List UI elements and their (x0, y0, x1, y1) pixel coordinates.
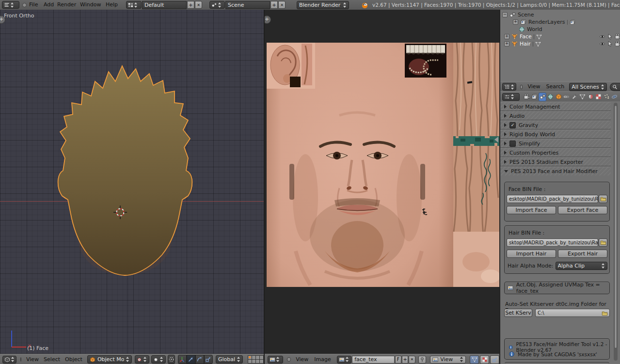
panel-custom-properties[interactable]: Custom Properties (500, 148, 611, 157)
layer-cell[interactable] (248, 356, 252, 359)
face-texture-image[interactable] (267, 43, 499, 287)
viewport-shading-dropdown[interactable] (135, 355, 149, 364)
cursor-select-icon[interactable] (607, 41, 613, 47)
editor-type-selector-info[interactable] (2, 1, 19, 9)
toolshelf-expand-button[interactable] (0, 16, 5, 24)
rotate-manipulator-toggle[interactable] (195, 355, 204, 364)
export-face-button[interactable]: Export Face (558, 206, 607, 214)
scrollbar-thumb[interactable] (614, 105, 617, 348)
tab-object[interactable] (555, 93, 562, 101)
unlink-image-button[interactable] (409, 356, 415, 364)
layer-cell[interactable] (256, 356, 259, 359)
outliner-row-face[interactable]: Face (504, 33, 542, 40)
tab-texture[interactable] (595, 93, 603, 101)
image-name-field[interactable]: face_tex (352, 356, 395, 364)
image-browse-selector[interactable] (337, 356, 351, 364)
viewport-menu-select[interactable]: Select (44, 355, 60, 364)
uv-draw-toggle[interactable] (470, 355, 479, 364)
scale-manipulator-toggle[interactable] (204, 355, 213, 364)
delete-scene-button[interactable] (278, 1, 286, 9)
screen-layout-browse[interactable] (126, 1, 142, 9)
import-face-button[interactable]: Import Face (507, 206, 556, 214)
hair-bin-browse-button[interactable] (599, 238, 607, 247)
folder-icon[interactable] (602, 310, 608, 317)
panel-rigid-body-world[interactable]: Rigid Body World (500, 130, 611, 139)
uv-canvas[interactable] (265, 10, 499, 354)
tab-render-layers[interactable] (531, 93, 539, 101)
outliner-filter-dropdown[interactable]: All Scenes (569, 83, 606, 91)
manipulate-centers-toggle[interactable] (168, 355, 175, 364)
uv-toolshelf-expand-button[interactable] (265, 16, 271, 24)
camera-render-icon[interactable] (615, 33, 620, 40)
uv-smooth-toggle[interactable] (490, 355, 499, 364)
manipulator-axes-toggle[interactable] (178, 355, 187, 364)
expander-plus[interactable] (513, 19, 518, 25)
expander-plus[interactable] (504, 34, 509, 39)
outliner-menu-view[interactable]: View (527, 82, 540, 92)
menu-help[interactable]: Help (106, 0, 118, 10)
3d-viewport-canvas[interactable]: Front Ortho x (1) Face (0, 10, 264, 354)
menu-render[interactable]: Render (57, 0, 76, 10)
panel-audio[interactable]: Audio (500, 111, 611, 120)
menu-window[interactable]: Window (80, 0, 101, 10)
camera-render-icon[interactable] (615, 41, 620, 47)
kserv-path-field[interactable]: C:\ (535, 309, 610, 317)
outliner-row-scene[interactable]: Scene (502, 11, 534, 18)
outliner-row-renderlayers[interactable]: RenderLayers (513, 18, 575, 26)
hair-alpha-dropdown[interactable]: Alpha Clip (556, 262, 607, 270)
expander-plus[interactable] (504, 41, 509, 47)
face-bin-path-field[interactable]: esktop\MADRID_pack_by_tunizizou\Ramos_45… (507, 195, 598, 203)
tab-modifiers[interactable] (571, 93, 578, 101)
tab-render[interactable] (523, 93, 530, 101)
layer-cell[interactable] (248, 360, 252, 363)
header-menu-collapse[interactable] (520, 85, 523, 89)
pivot-point-dropdown[interactable] (151, 355, 166, 364)
editor-type-selector-3dview[interactable] (2, 356, 16, 364)
scene-browse[interactable] (209, 1, 225, 9)
export-hair-button[interactable]: Export Hair (558, 250, 607, 258)
layer-cell[interactable] (256, 360, 259, 363)
menu-add[interactable]: Add (44, 0, 54, 10)
tab-constraints[interactable] (563, 93, 571, 101)
uv-menu-image[interactable]: Image (314, 355, 331, 364)
header-menu-collapse[interactable] (20, 357, 21, 362)
tab-particles[interactable] (603, 93, 610, 101)
panel-simplify[interactable]: Simplify (500, 139, 611, 148)
viewport-menu-object[interactable]: Object (65, 355, 82, 364)
delete-layout-button[interactable] (195, 1, 202, 9)
uv-region-expand-arrow[interactable] (494, 137, 498, 142)
editor-type-selector-image[interactable] (268, 356, 283, 364)
tab-physics[interactable] (611, 93, 619, 101)
simplify-checkbox[interactable] (509, 141, 516, 147)
new-image-button[interactable] (402, 356, 408, 364)
panel-gravity[interactable]: Gravity (500, 121, 611, 129)
head-model[interactable] (54, 54, 196, 276)
outliner-search-field[interactable] (610, 83, 620, 91)
header-menu-collapse[interactable] (287, 357, 291, 362)
outliner-menu-search[interactable]: Search (546, 82, 565, 92)
transform-orientation-dropdown[interactable]: Global (216, 355, 243, 364)
mode-dropdown[interactable]: Object Mode (87, 355, 132, 364)
layer-cell[interactable] (260, 360, 263, 363)
eye-icon[interactable] (599, 33, 605, 40)
translate-manipulator-toggle[interactable] (187, 355, 195, 364)
eye-icon[interactable] (599, 41, 605, 47)
gravity-checkbox[interactable] (509, 122, 516, 128)
render-engine-dropdown[interactable]: Blender Render (297, 1, 349, 9)
layer-cell[interactable] (260, 356, 263, 359)
editor-type-selector-outliner[interactable] (502, 83, 516, 91)
tab-world[interactable] (547, 93, 555, 101)
viewport-menu-view[interactable]: View (26, 355, 39, 364)
tab-object-data[interactable] (579, 93, 587, 101)
add-layout-button[interactable] (187, 1, 194, 9)
panel-pes-stadium-exporter[interactable]: PES 2013 Stadium Exporter (500, 158, 611, 166)
outliner-row-world[interactable]: World (519, 26, 542, 33)
hair-bin-path-field[interactable]: sktop\MADRID_pack_by_tunizizou\Ramos_423… (507, 238, 598, 247)
panel-pes-face-hair-modifier[interactable]: PES 2013 Face and Hair Modifier (500, 167, 611, 175)
scene-name-field[interactable]: Scene (225, 1, 270, 9)
tab-scene[interactable] (539, 93, 546, 101)
layer-cell[interactable] (252, 356, 255, 359)
editor-type-selector-properties[interactable] (502, 93, 520, 101)
face-bin-browse-button[interactable] (599, 195, 607, 203)
outliner-row-hair[interactable]: Hair (504, 40, 541, 47)
